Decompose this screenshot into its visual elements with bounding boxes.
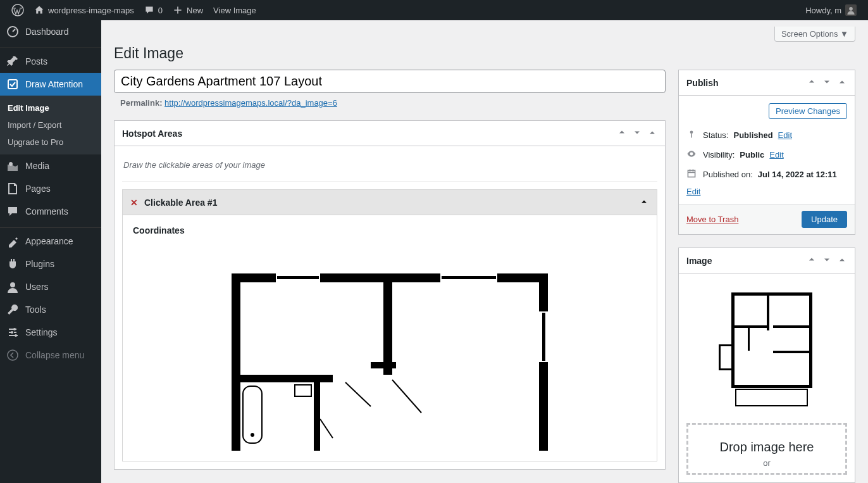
- svg-point-1: [849, 7, 853, 11]
- site-name: wordpress-image-maps: [48, 6, 134, 15]
- home-icon: [34, 5, 44, 15]
- new-content-link[interactable]: New: [168, 0, 208, 20]
- admin-bar: wordpress-image-maps 0 New View Image Ho…: [0, 0, 868, 20]
- plus-icon: [173, 5, 183, 15]
- site-name-link[interactable]: wordpress-image-maps: [29, 0, 139, 20]
- view-image-link[interactable]: View Image: [208, 0, 261, 20]
- user-avatar-icon: [846, 6, 855, 15]
- howdy-account[interactable]: Howdy, m: [800, 4, 862, 16]
- view-label: View Image: [213, 6, 256, 15]
- comment-icon: [144, 5, 154, 15]
- howdy-text: Howdy, m: [805, 6, 841, 15]
- comments-count: 0: [158, 6, 163, 15]
- svg-point-0: [12, 4, 23, 16]
- wordpress-icon: [11, 4, 24, 16]
- avatar: [845, 4, 857, 16]
- wp-logo[interactable]: [6, 0, 29, 20]
- comments-link[interactable]: 0: [139, 0, 168, 20]
- new-label: New: [187, 6, 203, 15]
